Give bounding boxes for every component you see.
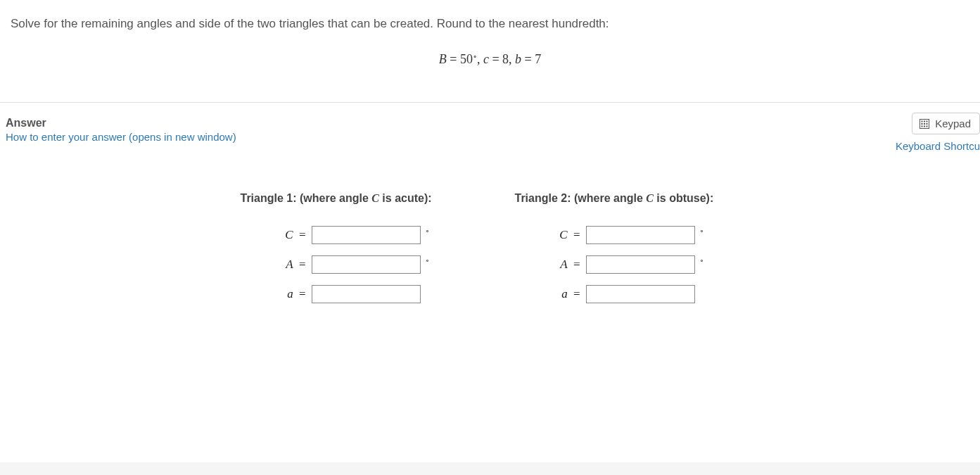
t2-a-var: a	[561, 287, 568, 300]
eq-B: B	[439, 52, 447, 66]
t2-title-prefix: Triangle 2: (where angle	[515, 192, 647, 204]
t2-C-label: C =	[547, 228, 580, 242]
eq-B-val: 50	[460, 52, 473, 66]
eq-sign2: =	[492, 52, 502, 66]
t1-a-label: a =	[272, 287, 306, 301]
eq-c: c	[483, 52, 489, 66]
eq-b: b	[515, 52, 521, 66]
t1-a-var: a	[287, 287, 293, 300]
t1-title-prefix: Triangle 1: (where angle	[241, 192, 372, 204]
keyboard-shortcuts-link[interactable]: Keyboard Shortcu	[896, 140, 980, 152]
t1-title-var: C	[371, 192, 379, 204]
t1-a-eq: =	[293, 287, 306, 300]
answer-help-link[interactable]: How to enter your answer (opens in new w…	[6, 131, 974, 143]
bottom-bar	[0, 462, 980, 475]
t2-a-eq: =	[568, 287, 580, 300]
answer-section: Answer How to enter your answer (opens i…	[0, 103, 980, 315]
t2-A-row: A = ∘	[515, 255, 740, 274]
t2-A-label: A =	[547, 258, 580, 272]
t1-A-input[interactable]	[312, 255, 421, 274]
svg-rect-1	[922, 120, 923, 122]
eq-b-val: 7	[535, 52, 541, 66]
question-area: Solve for the remaining angles and side …	[0, 0, 980, 102]
t2-title-suffix: is obtuse):	[654, 192, 713, 204]
triangle-2: Triangle 2: (where angle C is obtuse): C…	[515, 192, 740, 315]
t1-C-input[interactable]	[312, 226, 421, 244]
degree-icon: ∘	[699, 256, 706, 265]
t2-a-input[interactable]	[586, 285, 695, 303]
keypad-button[interactable]: Keypad	[912, 113, 980, 134]
svg-rect-2	[924, 120, 925, 122]
triangle-1: Triangle 1: (where angle C is acute): C …	[241, 192, 466, 315]
t1-A-label: A =	[272, 258, 306, 272]
t2-C-input[interactable]	[586, 226, 695, 244]
t1-A-var: A	[286, 258, 293, 271]
eq-c-val: 8	[502, 52, 509, 66]
svg-rect-3	[927, 120, 928, 122]
t1-title-suffix: is acute):	[379, 192, 432, 204]
eq-comma2: ,	[509, 52, 512, 66]
svg-rect-4	[922, 123, 923, 125]
degree-icon: ∘	[425, 256, 432, 265]
svg-rect-8	[924, 125, 925, 127]
svg-rect-6	[927, 123, 928, 125]
t1-C-label: C =	[272, 228, 306, 242]
keypad-icon	[919, 119, 929, 129]
t1-A-eq: =	[293, 258, 306, 271]
question-prompt: Solve for the remaining angles and side …	[11, 17, 969, 31]
t2-a-row: a =	[515, 285, 740, 303]
t1-C-row: C = ∘	[241, 226, 466, 244]
eq-sign: =	[450, 52, 460, 66]
keypad-label: Keypad	[935, 118, 971, 129]
svg-rect-5	[924, 123, 925, 125]
t2-A-input[interactable]	[586, 255, 695, 274]
triangles-container: Triangle 1: (where angle C is acute): C …	[6, 192, 974, 315]
t1-C-eq: =	[293, 228, 306, 241]
answer-label: Answer	[6, 117, 974, 129]
top-right-controls: Keypad Keyboard Shortcu	[896, 113, 980, 152]
eq-comma1: ,	[477, 52, 481, 66]
eq-sign3: =	[525, 52, 535, 66]
t1-A-row: A = ∘	[241, 255, 466, 274]
t2-A-var: A	[560, 258, 567, 271]
t2-C-row: C = ∘	[515, 226, 740, 244]
svg-rect-9	[927, 125, 928, 127]
degree-icon: ∘	[425, 227, 432, 236]
t2-C-var: C	[559, 228, 567, 241]
t2-a-label: a =	[547, 287, 580, 301]
t1-C-var: C	[285, 228, 293, 241]
svg-rect-7	[922, 125, 923, 127]
t1-a-input[interactable]	[312, 285, 421, 303]
t2-A-eq: =	[568, 258, 580, 271]
triangle-1-title: Triangle 1: (where angle C is acute):	[241, 192, 466, 205]
t2-title-var: C	[646, 192, 654, 204]
t2-C-eq: =	[568, 228, 580, 241]
equation: B = 50∘, c = 8, b = 7	[11, 52, 969, 67]
t1-a-row: a =	[241, 285, 466, 303]
triangle-2-title: Triangle 2: (where angle C is obtuse):	[515, 192, 740, 205]
degree-icon: ∘	[699, 227, 706, 236]
